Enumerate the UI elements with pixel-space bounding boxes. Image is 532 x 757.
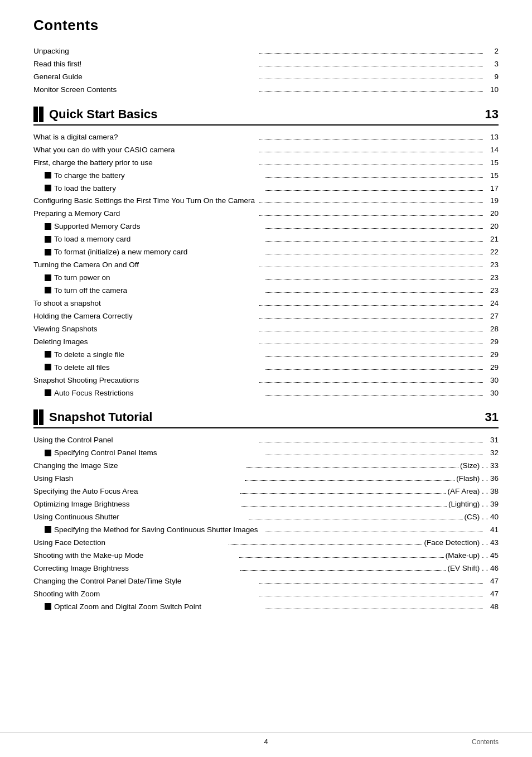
page: Contents Unpacking 2 Read this first! 3 … — [0, 0, 532, 757]
dots — [265, 369, 483, 370]
entry-label: To shoot a snapshot — [33, 297, 258, 310]
entry-label: What is a digital camera? — [33, 131, 258, 144]
toc-entry: Changing the Control Panel Date/Time Sty… — [33, 575, 499, 588]
entry-label: Viewing Snapshots — [33, 323, 258, 336]
entry-label: Monitor Screen Contents — [33, 84, 258, 97]
entry-label: Using the Control Panel — [33, 434, 258, 447]
dots — [265, 356, 483, 357]
toc-section-entries: What is a digital camera? 13 What you ca… — [33, 131, 499, 400]
entry-label: To turn power on — [45, 272, 263, 285]
dots — [259, 583, 483, 584]
toc-entry: Changing the Image Size (Size) . . 33 — [33, 460, 499, 472]
entry-label: Changing the Image Size — [33, 460, 245, 472]
entry-label: What you can do with your CASIO camera — [33, 144, 258, 157]
entry-label: Snapshot Shooting Precautions — [33, 374, 258, 387]
page-num: 32 — [485, 447, 499, 460]
dots — [259, 53, 483, 54]
dots — [265, 292, 483, 293]
bullet-icon — [45, 526, 51, 533]
page-num: 23 — [485, 259, 499, 272]
entry-label: Turning the Camera On and Off — [33, 259, 258, 272]
dots — [265, 190, 483, 191]
page-num: 15 — [485, 157, 499, 170]
toc-entry: To delete a single file 29 — [33, 349, 499, 361]
toc-entry: To format (initialize) a new memory card… — [33, 246, 499, 259]
page-num: 20 — [485, 208, 499, 220]
page-num: 29 — [485, 361, 499, 374]
toc-entry: Read this first! 3 — [33, 58, 499, 71]
entry-label: General Guide — [33, 71, 258, 84]
dots — [246, 467, 458, 468]
toc-entry: Optimizing Image Brightness (Lighting) .… — [33, 498, 499, 511]
page-num: 14 — [485, 144, 499, 157]
dots — [265, 455, 483, 455]
dots — [265, 241, 483, 242]
dots — [259, 344, 483, 344]
dots — [259, 331, 483, 331]
page-num: 30 — [485, 387, 499, 400]
bullet-icon — [45, 287, 51, 293]
page-num: (Make-up) . . 45 — [446, 549, 499, 562]
toc-entry: Preparing a Memory Card 20 — [33, 208, 499, 220]
toc-entry: First, charge the battery prior to use 1… — [33, 157, 499, 170]
section-icon — [33, 107, 45, 122]
page-num: 47 — [485, 588, 499, 601]
entry-label: Changing the Control Panel Date/Time Sty… — [33, 575, 258, 588]
toc-entry: Correcting Image Brightness (EV Shift) .… — [33, 562, 499, 575]
page-num: 9 — [485, 71, 499, 84]
page-num: 41 — [485, 524, 499, 537]
bullet-icon — [45, 172, 51, 179]
dots — [259, 165, 483, 165]
dots — [240, 570, 446, 571]
dots — [265, 177, 483, 178]
page-num: (Face Detection) . . 43 — [424, 537, 499, 549]
dots — [259, 215, 483, 216]
bullet-icon — [45, 389, 51, 396]
section-icon — [33, 409, 45, 425]
toc-section-entries: Using the Control Panel 31 Specifying Co… — [33, 434, 499, 613]
page-num: 15 — [485, 170, 499, 182]
entry-label: First, charge the battery prior to use — [33, 157, 258, 170]
section-header: Snapshot Tutorial31 — [33, 409, 499, 428]
toc-entry: What you can do with your CASIO camera 1… — [33, 144, 499, 157]
entry-label: Unpacking — [33, 45, 258, 58]
page-num: 2 — [485, 45, 499, 58]
toc-entry: To turn off the camera 23 — [33, 285, 499, 297]
dots — [259, 91, 483, 92]
toc-entry: Deleting Images 29 — [33, 336, 499, 349]
page-num: 21 — [485, 233, 499, 246]
dots — [259, 202, 483, 203]
dots — [265, 228, 483, 229]
toc-entry: Supported Memory Cards 20 — [33, 220, 499, 233]
bullet-icon — [45, 223, 51, 230]
entry-label: Preparing a Memory Card — [33, 208, 258, 220]
section-page-num: 31 — [485, 410, 499, 425]
page-num: 17 — [485, 182, 499, 195]
dots — [240, 493, 446, 494]
page-num: 24 — [485, 297, 499, 310]
page-num: 3 — [485, 58, 499, 71]
dots — [259, 66, 483, 66]
toc-entry: To turn power on 23 — [33, 272, 499, 285]
page-num: (Size) . . 33 — [460, 460, 499, 472]
section-title: Quick Start Basics — [49, 107, 157, 122]
page-num: 27 — [485, 310, 499, 323]
dots — [249, 519, 462, 519]
entry-label: Specifying the Method for Saving Continu… — [45, 524, 263, 537]
dots — [241, 506, 447, 507]
entry-label: Using Continuous Shutter — [33, 511, 247, 524]
page-num: 29 — [485, 336, 499, 349]
toc-entry: Specifying the Auto Focus Area (AF Area)… — [33, 485, 499, 498]
dots — [259, 139, 483, 139]
toc-entry: Configuring Basic Settings the First Tim… — [33, 195, 499, 208]
page-num: 48 — [485, 601, 499, 614]
bullet-icon — [45, 351, 51, 358]
bullet-icon — [45, 364, 51, 370]
entry-label: To charge the battery — [45, 170, 263, 182]
entry-label: To delete all files — [45, 361, 263, 374]
entry-label: Read this first! — [33, 58, 258, 71]
toc-entry: To load the battery 17 — [33, 182, 499, 195]
page-num: (EV Shift) . . 46 — [447, 562, 499, 575]
entry-label: Configuring Basic Settings the First Tim… — [33, 195, 258, 208]
toc-entry: What is a digital camera? 13 — [33, 131, 499, 144]
